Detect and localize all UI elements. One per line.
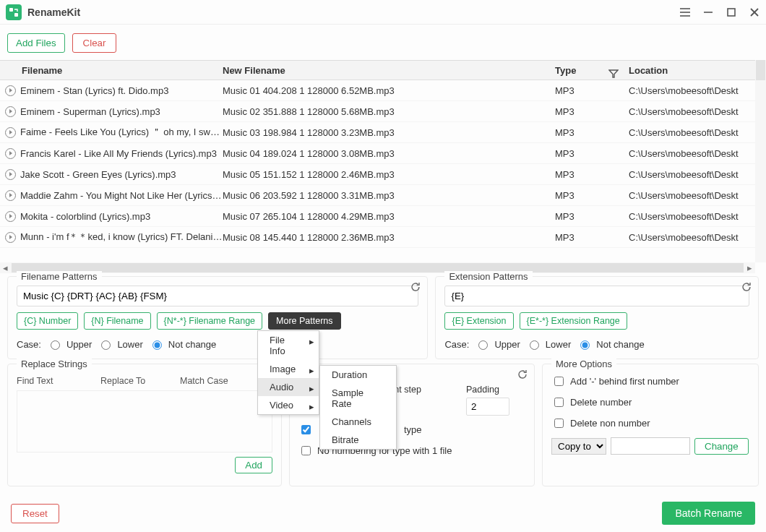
table-row[interactable]: Francis Karel - Like All My Friends (Lyr… xyxy=(0,143,766,164)
refresh-icon[interactable] xyxy=(410,281,421,295)
menu-audio[interactable]: Audio▸ xyxy=(258,378,319,396)
hamburger-icon[interactable] xyxy=(674,0,697,25)
case-notchange-radio[interactable]: Not change xyxy=(577,338,645,350)
col-type[interactable]: Type xyxy=(555,65,621,76)
play-icon[interactable] xyxy=(0,190,20,201)
cell-type: MP3 xyxy=(555,127,621,138)
case-label: Case: xyxy=(17,339,41,350)
replace-strings-panel: Replace Strings Find Text Replace To Mat… xyxy=(7,364,282,486)
table-row[interactable]: Eminem - Stan (Lyrics) ft. Dido.mp3Music… xyxy=(0,80,766,101)
delete-nonnumber-label: Delete non number xyxy=(570,418,650,429)
vertical-scrollbar[interactable] xyxy=(755,60,766,262)
batch-rename-button[interactable]: Batch Rename xyxy=(662,502,755,525)
maximize-icon[interactable] xyxy=(720,0,743,25)
add-files-button[interactable]: Add Files xyxy=(7,33,65,53)
menu-sample-rate[interactable]: Sample Rate xyxy=(320,384,396,413)
play-icon[interactable] xyxy=(0,85,20,96)
more-patterns-button[interactable]: More Patterns xyxy=(268,312,341,330)
table-row[interactable]: Maddie Zahm - You Might Not Like Her (Ly… xyxy=(0,185,766,206)
play-icon[interactable] xyxy=(0,169,20,180)
cell-type: MP3 xyxy=(555,232,621,243)
cell-filename: Faime - Feels Like You (Lyrics) ＂ oh my,… xyxy=(20,126,223,139)
panel-title: More Options xyxy=(551,359,616,369)
col-match-case: Match Case xyxy=(180,376,228,386)
cell-new-filename: Music 01 404.208 1 128000 6.52MB.mp3 xyxy=(223,85,555,96)
tag-n-range[interactable]: {N*-*} Filename Range xyxy=(157,312,262,330)
svg-rect-6 xyxy=(728,9,735,16)
col-location[interactable]: Location xyxy=(621,65,766,76)
add-button[interactable]: Add xyxy=(235,457,272,473)
col-new-filename[interactable]: New Filename xyxy=(223,65,555,76)
filename-patterns-panel: Filename Patterns {C} Number {N} Filenam… xyxy=(7,276,428,359)
cell-new-filename: Music 03 198.984 1 128000 3.23MB.mp3 xyxy=(223,127,555,138)
play-icon[interactable] xyxy=(0,211,20,222)
add-dash-checkbox[interactable] xyxy=(554,377,564,386)
tag-c-number[interactable]: {C} Number xyxy=(17,312,78,330)
case-notchange-radio[interactable]: Not change xyxy=(149,338,217,350)
table-row[interactable]: Jake Scott - Green Eyes (Lyrics).mp3Musi… xyxy=(0,164,766,185)
case-lower-radio[interactable]: Lower xyxy=(98,338,142,350)
menu-image[interactable]: Image▸ xyxy=(258,360,319,378)
panel-title: Filename Patterns xyxy=(17,271,102,282)
extension-pattern-input[interactable] xyxy=(444,286,749,306)
replace-list[interactable] xyxy=(17,390,272,452)
play-icon[interactable] xyxy=(0,106,20,117)
case-upper-radio[interactable]: Upper xyxy=(47,338,92,350)
play-icon[interactable] xyxy=(0,127,20,138)
delete-nonnumber-checkbox[interactable] xyxy=(554,419,564,428)
no-numbering-checkbox[interactable] xyxy=(301,446,311,455)
menu-bitrate[interactable]: Bitrate xyxy=(320,431,396,449)
horizontal-scrollbar[interactable]: ◂ ▸ xyxy=(0,262,755,273)
tag-e-extension[interactable]: {E} Extension xyxy=(444,312,513,330)
menu-channels[interactable]: Channels xyxy=(320,413,396,431)
menu-duration[interactable]: Duration xyxy=(320,366,396,384)
cell-type: MP3 xyxy=(555,190,621,201)
type-label: type xyxy=(404,424,422,435)
delete-number-checkbox[interactable] xyxy=(554,398,564,407)
case-upper-radio[interactable]: Upper xyxy=(475,338,520,350)
play-icon[interactable] xyxy=(0,148,20,159)
table-row[interactable]: Faime - Feels Like You (Lyrics) ＂ oh my,… xyxy=(0,122,766,143)
panel-title: Extension Patterns xyxy=(444,271,532,282)
menu-video[interactable]: Video▸ xyxy=(258,396,319,414)
case-lower-radio[interactable]: Lower xyxy=(526,338,571,350)
tag-n-filename[interactable]: {N} Filename xyxy=(84,312,150,330)
table-row[interactable]: Mokita - colorblind (Lyrics).mp3Music 07… xyxy=(0,206,766,227)
table-row[interactable]: Munn - i'm f＊＊ked, i know (Lyrics) FT. D… xyxy=(0,227,766,248)
col-filename[interactable]: Filename xyxy=(20,65,223,76)
padding-input[interactable] xyxy=(466,398,509,416)
tag-e-range[interactable]: {E*-*} Extension Range xyxy=(520,312,627,330)
filename-pattern-input[interactable] xyxy=(17,286,418,306)
close-icon[interactable] xyxy=(743,0,766,25)
table-row[interactable]: Eminem - Superman (Lyrics).mp3Music 02 3… xyxy=(0,101,766,122)
refresh-icon[interactable] xyxy=(517,369,528,382)
filter-icon[interactable] xyxy=(608,69,619,81)
cell-location: C:\Users\mobeesoft\Deskt xyxy=(621,127,766,138)
copy-to-select[interactable]: Copy to xyxy=(551,438,606,455)
reset-button[interactable]: Reset xyxy=(11,504,59,523)
cell-filename: Maddie Zahm - You Might Not Like Her (Ly… xyxy=(20,190,223,201)
change-button[interactable]: Change xyxy=(694,438,749,455)
copy-to-path-input[interactable] xyxy=(611,437,690,455)
cell-type: MP3 xyxy=(555,148,621,159)
cell-location: C:\Users\mobeesoft\Deskt xyxy=(621,85,766,96)
table-header: Filename New Filename Type Location xyxy=(0,60,766,80)
minimize-icon[interactable] xyxy=(697,0,720,25)
type-checkbox[interactable] xyxy=(301,425,311,434)
cell-filename: Francis Karel - Like All My Friends (Lyr… xyxy=(20,148,223,159)
play-icon[interactable] xyxy=(0,232,20,243)
cell-new-filename: Music 02 351.888 1 128000 5.68MB.mp3 xyxy=(223,106,555,117)
clear-button[interactable]: Clear xyxy=(72,33,117,53)
cell-location: C:\Users\mobeesoft\Deskt xyxy=(621,169,766,180)
cell-filename: Mokita - colorblind (Lyrics).mp3 xyxy=(20,211,223,222)
refresh-icon[interactable] xyxy=(741,281,752,295)
scroll-left-icon[interactable]: ◂ xyxy=(0,262,11,273)
titlebar: RenameKit xyxy=(0,0,766,25)
col-replace-to: Replace To xyxy=(100,376,180,386)
file-table: Filename New Filename Type Location Emin… xyxy=(0,60,766,262)
menu-file-info[interactable]: File Info▸ xyxy=(258,331,319,360)
col-find: Find Text xyxy=(17,376,100,386)
toolbar: Add Files Clear xyxy=(0,25,766,60)
scroll-right-icon[interactable]: ▸ xyxy=(744,262,755,273)
padding-label: Padding xyxy=(466,385,509,395)
